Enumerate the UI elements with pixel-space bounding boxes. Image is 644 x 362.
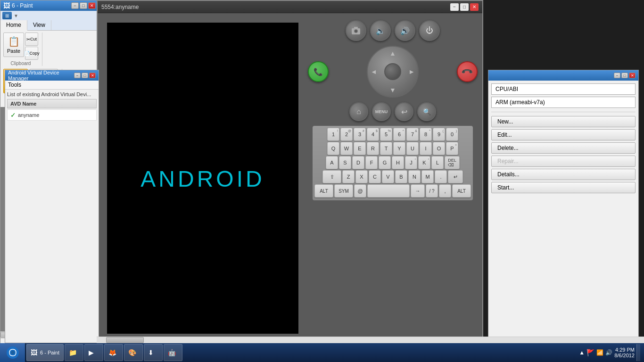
key-j[interactable]: ‹J <box>405 156 417 169</box>
paste-button[interactable]: 📋 Paste <box>3 33 24 57</box>
copy-button[interactable]: 📄 Copy <box>25 47 38 60</box>
taskbar-show-desktop[interactable]: ▲ <box>579 349 585 356</box>
dpad-up-button[interactable]: ▲ <box>389 49 396 57</box>
key-f[interactable]: F <box>365 156 378 169</box>
key-comma[interactable]: , <box>439 184 451 197</box>
avd-tools-menu[interactable]: Tools <box>8 82 21 88</box>
edit-button[interactable]: Edit... <box>491 129 636 140</box>
delete-button[interactable]: Delete... <box>491 142 636 154</box>
emulator-maximize-button[interactable]: □ <box>460 3 469 11</box>
key-period[interactable]: . <box>435 170 447 183</box>
paint-close-button[interactable]: ✕ <box>88 2 96 9</box>
key-at[interactable]: @ <box>354 184 366 197</box>
start-button[interactable]: Start... <box>491 182 636 193</box>
key-7[interactable]: &7 <box>406 128 419 141</box>
taskbar-show-desktop-btn[interactable] <box>636 344 640 361</box>
home-button[interactable]: ⌂ <box>349 102 368 121</box>
taskbar-task-paint[interactable]: 🖼 6 - Paint <box>26 344 64 361</box>
menu-button[interactable]: MENU <box>372 102 391 121</box>
key-z[interactable]: Z <box>342 170 355 183</box>
avd-close-button[interactable]: ✕ <box>89 73 96 78</box>
quick-access-arrow[interactable]: ▼ <box>13 13 19 18</box>
end-call-button[interactable]: 📞 <box>457 61 478 82</box>
key-6[interactable]: ^6 <box>393 128 405 141</box>
key-l[interactable]: L <box>431 156 444 169</box>
key-0[interactable]: )0 <box>446 128 458 141</box>
emulator-close-button[interactable]: ✕ <box>470 3 479 11</box>
detail-maximize-button[interactable]: □ <box>621 73 628 78</box>
taskbar-task-media[interactable]: ▶ <box>84 344 103 361</box>
key-alt-right[interactable]: ALT <box>452 184 471 197</box>
key-r[interactable]: R <box>367 142 379 155</box>
avd-minimize-button[interactable]: − <box>74 73 81 78</box>
dpad-down-button[interactable]: ▼ <box>389 86 396 94</box>
key-y[interactable]: Y <box>393 142 405 155</box>
avd-device-row[interactable]: ✓ anyname <box>7 109 97 121</box>
start-button[interactable] <box>0 343 25 362</box>
detail-minimize-button[interactable]: − <box>614 73 620 78</box>
key-e[interactable]: E <box>354 142 366 155</box>
key-2[interactable]: @2 <box>340 128 353 141</box>
key-w[interactable]: W <box>340 142 353 155</box>
key-m[interactable]: M <box>421 170 434 183</box>
key-enter[interactable]: ↵ <box>448 170 463 183</box>
taskbar-task-android[interactable]: 🤖 <box>164 344 182 361</box>
taskbar-task-explorer[interactable]: 📁 <box>65 344 83 361</box>
key-shift[interactable]: ⇧ <box>322 170 341 183</box>
key-4[interactable]: $4 <box>367 128 379 141</box>
main-scrollbar-thumb[interactable] <box>106 337 144 343</box>
paint-maximize-button[interactable]: □ <box>80 2 87 9</box>
taskbar-task-paint2[interactable]: 🎨 <box>124 344 143 361</box>
call-button[interactable]: 📞 <box>308 61 329 82</box>
key-alt-left[interactable]: ALT <box>314 184 333 197</box>
cut-button[interactable]: ✂ Cut <box>25 33 38 46</box>
key-o[interactable]: O <box>433 142 445 155</box>
volume-up-button[interactable]: 🔊 <box>395 20 415 41</box>
key-sym[interactable]: SYM <box>334 184 353 197</box>
tab-home[interactable]: Home <box>0 20 27 31</box>
emulator-minimize-button[interactable]: − <box>450 3 459 11</box>
key-3[interactable]: #3 <box>354 128 366 141</box>
key-g[interactable]: G <box>379 156 391 169</box>
key-9[interactable]: (9 <box>433 128 445 141</box>
key-v[interactable]: V <box>382 170 394 183</box>
key-arrow-right[interactable]: → <box>411 184 425 197</box>
avd-maximize-button[interactable]: □ <box>82 73 88 78</box>
key-k[interactable]: ›K <box>418 156 430 169</box>
dpad-right-button[interactable]: ► <box>408 68 415 75</box>
key-s[interactable]: S <box>339 156 351 169</box>
dpad-left-button[interactable]: ◄ <box>371 68 377 75</box>
taskbar-task-download[interactable]: ⬇ <box>144 344 163 361</box>
key-1[interactable]: !1 <box>327 128 339 141</box>
volume-down-button[interactable]: 🔈 <box>370 20 391 41</box>
paint-minimize-button[interactable]: − <box>71 2 79 9</box>
key-u[interactable]: U <box>406 142 419 155</box>
key-d[interactable]: D <box>352 156 364 169</box>
detail-close-button[interactable]: ✕ <box>629 73 636 78</box>
key-p[interactable]: +P <box>446 142 458 155</box>
key-n[interactable]: N <box>408 170 421 183</box>
details-button[interactable]: Details... <box>491 169 636 180</box>
key-space[interactable] <box>367 184 410 197</box>
key-i[interactable]: I <box>420 142 432 155</box>
key-8[interactable]: *8 <box>420 128 432 141</box>
main-scrollbar-horizontal[interactable] <box>97 337 644 343</box>
power-button[interactable]: ⏻ <box>419 20 440 41</box>
key-c[interactable]: C <box>369 170 381 183</box>
key-a[interactable]: A <box>326 156 338 169</box>
key-5[interactable]: %5 <box>380 128 392 141</box>
camera-button[interactable] <box>346 20 366 41</box>
key-del[interactable]: DEL⌫ <box>445 156 460 169</box>
dpad-center-button[interactable] <box>384 63 401 80</box>
repair-button[interactable]: Repair... <box>491 156 636 167</box>
key-b[interactable]: B <box>395 170 407 183</box>
key-h[interactable]: H <box>392 156 404 169</box>
key-slash-question[interactable]: / ? <box>426 184 438 197</box>
key-x[interactable]: X <box>355 170 368 183</box>
new-button[interactable]: New... <box>491 116 636 127</box>
tab-view[interactable]: View <box>27 20 51 30</box>
key-t[interactable]: T <box>380 142 392 155</box>
paint-file-button[interactable]: ⊞ <box>2 12 12 19</box>
phone-screen[interactable]: aNDROID <box>107 23 298 334</box>
back-button[interactable]: ↩ <box>395 102 413 121</box>
